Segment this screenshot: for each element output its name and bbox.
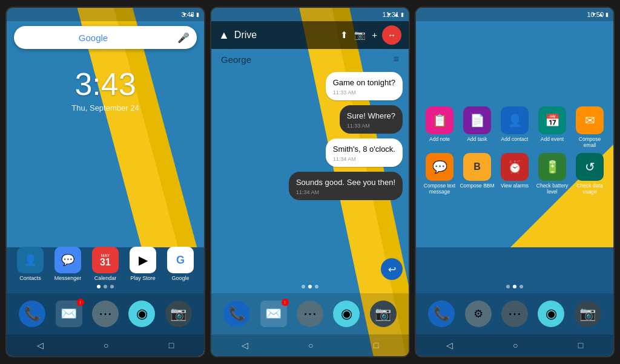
upload-btn[interactable]: ⬆ (340, 30, 348, 41)
camera-dock-icon[interactable]: 📷 (165, 301, 192, 327)
add-note-label: Add note (429, 136, 450, 142)
phone3-quickactions: ▼ ▲ ▮ 10:50 📋 Add note 📄 Add task 👤 Add … (415, 7, 615, 357)
status-icons-2: ▼ ▲ ▮ 11:31 (386, 11, 404, 18)
check-data-action[interactable]: ↺ Check data usage (572, 153, 607, 195)
add-task-action[interactable]: 📄 Add task (460, 106, 495, 148)
view-alarms-label: View alarms (501, 183, 529, 189)
message-2: Sure! Where? 11:33 AM (340, 105, 403, 134)
message-text-3: Smith's, 8 o'clock. (333, 145, 395, 154)
compose-text-action[interactable]: 💬 Compose text message (422, 153, 457, 195)
add-task-label: Add task (467, 136, 487, 142)
chat-area: George ≡ Game on tonight? 11:33 AM Sure!… (211, 49, 409, 285)
compose-text-label: Compose text message (422, 183, 457, 195)
status-time-1: 3:43 (182, 11, 194, 18)
add-task-icon: 📄 (463, 106, 491, 134)
calendar-app[interactable]: MAY 31 Calendar (88, 247, 122, 281)
quick-actions-widget: 📋 Add note 📄 Add task 👤 Add contact 📅 Ad… (416, 21, 613, 285)
compose-email-label: Compose email (572, 136, 607, 148)
playstore-icon: ▶ (130, 247, 156, 273)
apps-dock-2[interactable]: ⋯ (297, 301, 323, 327)
compose-bbm-label: Compose BBM (460, 183, 494, 189)
reply-button[interactable]: ↩ (381, 258, 403, 280)
dot-p2-active (308, 285, 312, 288)
status-icons-3: ▼ ▲ ▮ 10:50 (591, 11, 608, 18)
compose-bbm-action[interactable]: B Compose BBM (460, 153, 495, 195)
add-event-label: Add event (541, 136, 564, 142)
dot-p3-2 (519, 285, 523, 288)
message-time-4: 11:34 AM (296, 189, 395, 195)
view-alarms-action[interactable]: ⏰ View alarms (497, 153, 532, 195)
phone-dock-3[interactable]: 📞 (428, 301, 455, 327)
check-data-label: Check data usage (572, 183, 607, 195)
recents-btn-1[interactable]: □ (169, 340, 174, 350)
add-note-icon: 📋 (426, 106, 453, 134)
google-label: Google (171, 275, 189, 281)
message-4: Sounds good. See you then! 11:34 AM (289, 172, 403, 200)
dot-2 (110, 285, 114, 288)
recents-btn-2[interactable]: □ (374, 340, 378, 350)
status-icons-1: ▼ ▲ ▮ 3:43 (182, 11, 199, 18)
back-btn-1[interactable]: ◁ (37, 340, 44, 350)
drive-title: Drive (234, 30, 335, 41)
google-app[interactable]: G Google (163, 247, 197, 281)
camera-dock-3[interactable]: 📷 (575, 301, 601, 327)
compose-email-action[interactable]: ✉ Compose email (572, 106, 607, 148)
message-time-2: 11:33 AM (347, 123, 395, 129)
add-note-action[interactable]: 📋 Add note (422, 106, 457, 148)
home-btn-1[interactable]: ○ (104, 340, 108, 350)
home-btn-3[interactable]: ○ (513, 340, 518, 350)
add-contact-label: Add contact (501, 136, 529, 142)
status-bar-1: ▼ ▲ ▮ 3:43 (7, 8, 204, 21)
drive-action-buttons: ⬆ 📷 + (340, 30, 377, 41)
status-time-2: 11:31 (382, 11, 399, 18)
search-bar[interactable]: Google 🎤 (14, 26, 197, 49)
check-battery-action[interactable]: 🔋 Check battery level (535, 153, 570, 195)
microphone-icon[interactable]: 🎤 (177, 32, 190, 44)
back-btn-2[interactable]: ◁ (242, 340, 248, 350)
nav-bar-2: ◁ ○ □ (211, 334, 409, 356)
message-text-2: Sure! Where? (347, 111, 395, 120)
camera-btn[interactable]: 📷 (354, 30, 366, 41)
back-btn-3[interactable]: ◁ (446, 340, 453, 350)
chat-menu-icon[interactable]: ≡ (394, 54, 399, 65)
dot-p3-1 (506, 285, 510, 288)
calendar-label: Calendar (94, 275, 117, 281)
quick-actions-row-1: 📋 Add note 📄 Add task 👤 Add contact 📅 Ad… (421, 106, 608, 148)
apps-dock-3[interactable]: ⋯ (501, 301, 528, 327)
phone1-home: ▼ ▲ ▮ 3:43 Google 🎤 3:43 Thu, September … (5, 7, 205, 357)
messenger-icon: 💬 (54, 247, 81, 273)
app-icons-row: 👤 Contacts 💬 Messenger MAY 31 Calendar ▶… (7, 247, 204, 281)
phone2-messaging: ▼ ▲ ▮ 11:31 ▲ Drive ⬆ 📷 + ↔ George ≡ Gam… (210, 7, 410, 357)
message-time-3: 11:34 AM (333, 156, 395, 162)
share-button[interactable]: ↔ (382, 25, 401, 45)
chrome-dock-3[interactable]: ◉ (538, 301, 564, 327)
contact-name: George (221, 54, 251, 65)
phone-dock-2[interactable]: 📞 (223, 301, 250, 327)
add-btn[interactable]: + (372, 30, 377, 41)
contacts-app[interactable]: 👤 Contacts (13, 247, 47, 281)
add-event-action[interactable]: 📅 Add event (535, 106, 570, 148)
camera-dock-2[interactable]: 📷 (370, 301, 397, 327)
home-btn-2[interactable]: ○ (308, 340, 313, 350)
messenger-app[interactable]: 💬 Messenger (51, 247, 85, 281)
email-dock-2[interactable]: ✉️ ! (260, 301, 287, 327)
email-dock-icon[interactable]: ✉️ ! (56, 301, 82, 327)
check-battery-label: Check battery level (535, 183, 570, 195)
add-contact-action[interactable]: 👤 Add contact (497, 106, 532, 148)
apps-dock-icon[interactable]: ⋯ (92, 301, 119, 327)
dot-p3-active (513, 285, 516, 288)
recents-btn-3[interactable]: □ (578, 340, 583, 350)
message-3: Smith's, 8 o'clock. 11:34 AM (326, 138, 403, 167)
add-event-icon: 📅 (538, 106, 566, 134)
settings-dock-3[interactable]: ⚙ (465, 301, 492, 327)
battery-icon-2: ▮ (401, 11, 404, 18)
contacts-icon: 👤 (17, 247, 44, 273)
playstore-app[interactable]: ▶ Play Store (126, 247, 160, 281)
phone-dock-icon[interactable]: 📞 (19, 301, 45, 327)
chrome-dock-icon[interactable]: ◉ (128, 301, 155, 327)
check-data-icon: ↺ (576, 153, 604, 181)
chrome-dock-2[interactable]: ◉ (333, 301, 360, 327)
status-time-3: 10:50 (587, 11, 604, 18)
google-icon: G (167, 247, 194, 273)
compose-text-icon: 💬 (426, 153, 453, 181)
